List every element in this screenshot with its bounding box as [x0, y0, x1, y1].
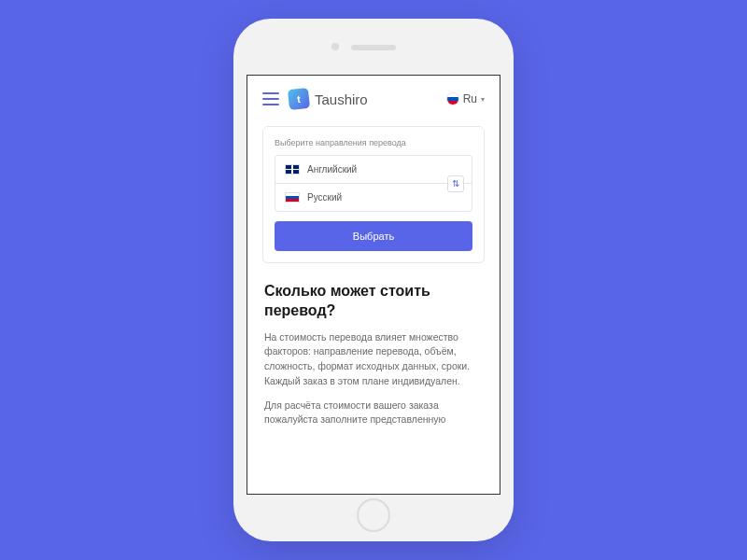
source-language-label: Английский [307, 164, 357, 175]
language-switcher[interactable]: Ru ▾ [446, 92, 485, 105]
source-language-select[interactable]: Английский [275, 156, 472, 183]
page-content: Выберите направления перевода Английский… [247, 119, 500, 444]
article-paragraph: Для расчёта стоимости вашего заказа пожа… [264, 399, 483, 428]
flag-ru-icon [285, 192, 300, 203]
target-language-select[interactable]: Русский [275, 183, 472, 211]
menu-icon[interactable] [262, 92, 279, 105]
logo-icon: t [288, 88, 310, 110]
swap-languages-button[interactable]: ⇅ [447, 175, 464, 192]
current-lang-label: Ru [463, 92, 477, 105]
home-button[interactable] [357, 498, 390, 532]
app-screen: t Taushiro Ru ▾ Выберите направления пер… [247, 75, 500, 495]
app-header: t Taushiro Ru ▾ [247, 76, 500, 119]
target-language-label: Русский [307, 192, 342, 203]
card-title: Выберите направления перевода [275, 138, 472, 147]
select-button[interactable]: Выбрать [275, 221, 472, 251]
flag-ru-icon [446, 92, 459, 105]
brand-logo[interactable]: t Taushiro [289, 89, 437, 109]
language-selectors: Английский Русский ⇅ [275, 155, 472, 212]
chevron-down-icon: ▾ [481, 95, 485, 104]
phone-frame: t Taushiro Ru ▾ Выберите направления пер… [233, 19, 514, 541]
article: Сколько может стоить перевод? На стоимос… [262, 263, 485, 427]
brand-name: Taushiro [315, 91, 368, 107]
article-paragraph: На стоимость перевода влияет множество ф… [264, 330, 483, 389]
flag-uk-icon [285, 164, 300, 175]
article-heading: Сколько может стоить перевод? [264, 282, 483, 321]
translation-direction-card: Выберите направления перевода Английский… [262, 126, 485, 263]
